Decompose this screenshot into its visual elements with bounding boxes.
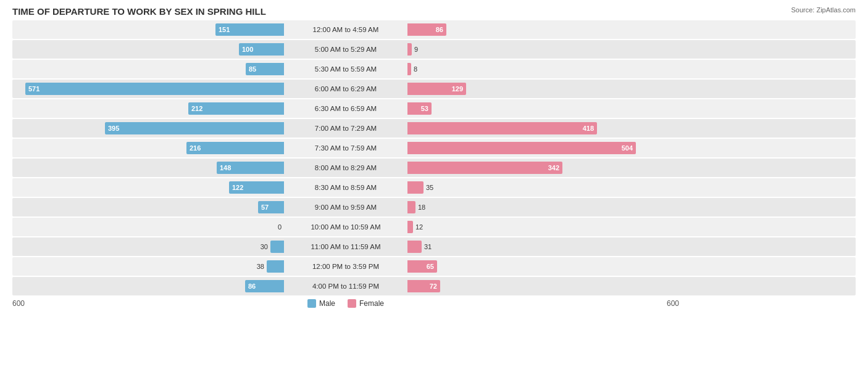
time-label: 6:00 AM to 6:29 AM	[284, 85, 407, 93]
left-section: 38	[12, 257, 284, 276]
male-bar: 216	[186, 142, 284, 154]
axis-left: 600	[12, 299, 284, 308]
female-value-label: 342	[548, 164, 559, 171]
right-section: 65	[407, 257, 679, 276]
male-value-label: 38	[257, 263, 264, 270]
bar-row: 3957:00 AM to 7:29 AM418	[12, 119, 856, 138]
female-value-label: 35	[426, 184, 433, 191]
female-value-label: 129	[452, 85, 463, 93]
time-label: 6:30 AM to 6:59 AM	[284, 105, 407, 112]
bar-row: 5716:00 AM to 6:29 AM129	[12, 80, 856, 98]
bar-row: 010:00 AM to 10:59 AM12	[12, 218, 856, 236]
female-bar	[407, 63, 411, 75]
bar-row: 2126:30 AM to 6:59 AM53	[12, 99, 856, 118]
male-value-label: 0	[278, 223, 282, 231]
left-section: 57	[12, 198, 284, 216]
bar-row: 579:00 AM to 9:59 AM18	[12, 198, 856, 216]
female-bar: 342	[407, 162, 562, 174]
left-section: 395	[12, 119, 284, 138]
male-value-label: 571	[28, 85, 40, 93]
male-bar: 148	[217, 162, 284, 174]
left-section: 216	[12, 139, 284, 157]
male-bar: 85	[246, 63, 284, 75]
right-section: 31	[407, 237, 679, 256]
time-label: 9:00 AM to 9:59 AM	[284, 204, 407, 211]
legend: Male Female	[284, 299, 407, 308]
bar-row: 3812:00 PM to 3:59 PM65	[12, 257, 856, 276]
axis-center-spacer: Male Female	[284, 299, 407, 308]
left-section: 0	[12, 218, 284, 236]
male-value-label: 100	[242, 46, 253, 53]
male-value-label: 86	[248, 282, 256, 290]
left-section: 151	[12, 20, 284, 39]
female-bar	[407, 221, 413, 233]
right-section: 35	[407, 178, 679, 197]
right-section: 12	[407, 218, 679, 236]
legend-male: Male	[307, 299, 335, 308]
time-label: 8:00 AM to 8:29 AM	[284, 164, 407, 171]
time-label: 11:00 AM to 11:59 AM	[284, 243, 407, 250]
left-section: 100	[12, 40, 284, 59]
left-section: 30	[12, 237, 284, 256]
left-section: 212	[12, 99, 284, 118]
left-section: 85	[12, 60, 284, 78]
right-section: 129	[407, 80, 679, 98]
male-value-label: 212	[191, 105, 202, 112]
bottom-row: 600 Male Female 600	[12, 299, 856, 308]
female-bar: 504	[407, 142, 636, 154]
female-bar: 53	[407, 102, 432, 115]
legend-male-box	[307, 299, 316, 308]
female-bar: 86	[407, 23, 446, 36]
male-bar: 100	[239, 43, 284, 56]
time-label: 12:00 AM to 4:59 AM	[284, 26, 407, 33]
legend-male-label: Male	[319, 299, 335, 308]
right-section: 8	[407, 60, 679, 78]
right-section: 72	[407, 277, 679, 295]
male-bar	[267, 260, 284, 273]
male-value-label: 30	[261, 243, 268, 250]
male-value-label: 216	[190, 144, 201, 152]
left-section: 571	[12, 80, 284, 98]
female-bar	[407, 43, 412, 56]
male-bar: 122	[229, 181, 284, 194]
bar-row: 855:30 AM to 5:59 AM8	[12, 60, 856, 78]
chart-area: 15112:00 AM to 4:59 AM861005:00 AM to 5:…	[12, 20, 856, 295]
male-value-label: 57	[261, 204, 269, 211]
chart-container: TIME OF DEPARTURE TO WORK BY SEX IN SPRI…	[0, 0, 868, 367]
female-value-label: 9	[414, 46, 418, 53]
legend-female-label: Female	[359, 299, 384, 308]
bar-row: 15112:00 AM to 4:59 AM86	[12, 20, 856, 39]
right-section: 86	[407, 20, 679, 39]
left-section: 86	[12, 277, 284, 295]
bar-row: 1488:00 AM to 8:29 AM342	[12, 159, 856, 177]
female-value-label: 18	[418, 204, 425, 211]
male-bar: 571	[25, 83, 284, 95]
female-value-label: 418	[583, 125, 594, 132]
bar-row: 3011:00 AM to 11:59 AM31	[12, 237, 856, 256]
right-section: 504	[407, 139, 679, 157]
female-value-label: 72	[430, 282, 437, 290]
time-label: 7:30 AM to 7:59 AM	[284, 144, 407, 152]
right-section: 342	[407, 159, 679, 177]
male-value-label: 122	[232, 184, 243, 191]
female-bar	[407, 181, 424, 194]
male-value-label: 148	[220, 164, 231, 171]
time-label: 4:00 PM to 11:59 PM	[284, 282, 407, 290]
male-bar: 151	[215, 23, 284, 36]
right-section: 9	[407, 40, 679, 59]
female-value-label: 12	[415, 223, 423, 231]
time-label: 12:00 PM to 3:59 PM	[284, 263, 407, 270]
time-label: 8:30 AM to 8:59 AM	[284, 184, 407, 191]
legend-female-box	[348, 299, 356, 308]
female-bar	[407, 201, 415, 213]
right-section: 418	[407, 119, 679, 138]
time-label: 7:00 AM to 7:29 AM	[284, 125, 407, 132]
female-bar: 418	[407, 122, 597, 134]
time-label: 5:30 AM to 5:59 AM	[284, 65, 407, 73]
right-section: 53	[407, 99, 679, 118]
male-bar: 86	[245, 280, 284, 292]
male-bar: 212	[188, 102, 284, 115]
left-section: 122	[12, 178, 284, 197]
female-value-label: 53	[421, 105, 428, 112]
male-bar: 57	[258, 201, 284, 213]
